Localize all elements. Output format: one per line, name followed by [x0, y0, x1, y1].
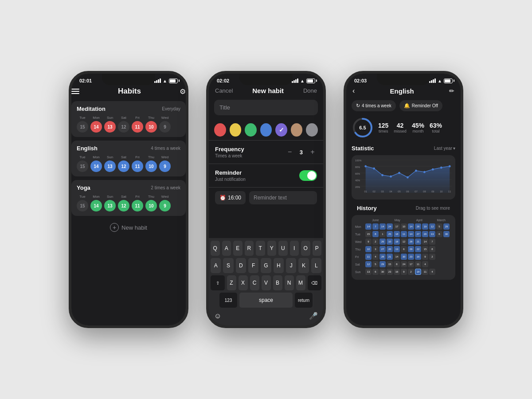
key-o[interactable]: O [301, 241, 310, 256]
time-badge[interactable]: ⏰ 16:00 [215, 191, 246, 204]
status-time-1: 02:01 [79, 78, 92, 83]
menu-icon[interactable] [71, 89, 79, 94]
key-g[interactable]: G [261, 258, 271, 273]
chevron-down-icon: ▾ [453, 146, 455, 151]
key-x[interactable]: X [239, 275, 248, 290]
return-key[interactable]: return [295, 293, 313, 308]
new-habit-button[interactable]: + New habit [71, 223, 186, 232]
stat-total: 63% [430, 122, 442, 129]
edit-icon[interactable]: ✏ [449, 87, 454, 94]
key-h[interactable]: H [274, 258, 284, 273]
mic-icon[interactable]: 🎤 [309, 312, 318, 320]
month-june: June [365, 219, 386, 222]
svg-text:09: 09 [431, 190, 434, 193]
reminder-sub: Just notification [215, 177, 246, 182]
statistic-header: Statistic Last year ▾ [346, 145, 461, 155]
key-v[interactable]: V [262, 275, 271, 290]
reminder-toggle[interactable] [299, 170, 317, 181]
key-t[interactable]: T [256, 241, 265, 256]
stat-times: 125 [378, 122, 388, 129]
frequency-increase[interactable]: + [308, 148, 317, 156]
keyboard-row-1: Q A E R T Y U I O P [211, 241, 321, 256]
key-b[interactable]: B [273, 275, 282, 290]
habit-card-meditation[interactable]: Meditation Everyday Tue15 Mon14 Sun13 Sa… [71, 101, 186, 137]
habit-freq-meditation: Everyday [162, 106, 180, 111]
svg-point-14 [381, 174, 383, 176]
color-blue[interactable] [260, 123, 272, 137]
period-selector[interactable]: Last year ▾ [434, 146, 455, 151]
wifi-icon-3: ▲ [438, 78, 442, 83]
svg-text:40%: 40% [355, 179, 360, 182]
key-n[interactable]: N [285, 275, 294, 290]
reminder-time-row: ⏰ 16:00 Reminder text [209, 187, 323, 211]
shift-key[interactable]: ⇧ [211, 275, 225, 290]
habit-freq-english: 4 times a week [151, 146, 180, 151]
new-habit-title: New habit [252, 87, 284, 94]
color-purple[interactable] [275, 123, 287, 137]
key-p[interactable]: P [313, 241, 322, 256]
backspace-key[interactable]: ⌫ [308, 275, 322, 290]
key-r[interactable]: R [245, 241, 254, 256]
cal-row-mon: Mon 147 1424 1710 1426 1912 529 [355, 223, 452, 230]
key-q[interactable]: Q [211, 241, 220, 256]
habit-name-yoga: Yoga [77, 184, 90, 191]
new-habit-label: New habit [121, 224, 147, 231]
key-a2[interactable]: A [211, 258, 221, 273]
done-button[interactable]: Done [303, 87, 317, 94]
key-s[interactable]: S [223, 258, 233, 273]
svg-text:06: 06 [406, 190, 409, 193]
gear-icon[interactable]: ⚙ [180, 87, 186, 96]
key-i[interactable]: I [290, 241, 299, 256]
key-y[interactable]: Y [267, 241, 277, 256]
key-e[interactable]: E [233, 241, 243, 256]
frequency-sub: Times a week [215, 153, 244, 158]
history-calendar: June May April March Mon 147 1424 1710 1… [352, 215, 455, 280]
svg-point-22 [449, 165, 451, 168]
color-green[interactable] [245, 123, 257, 137]
cancel-button[interactable]: Cancel [215, 87, 233, 94]
color-red[interactable] [214, 123, 226, 137]
signal-icon-2 [292, 78, 298, 83]
numbers-key[interactable]: 123 [219, 293, 237, 308]
key-z[interactable]: Z [227, 275, 236, 290]
detail-title: English [390, 87, 414, 95]
key-f[interactable]: F [248, 258, 258, 273]
phone-3: 02:03 ▲ ‹ English ✏ ↻ 4 times a week [344, 71, 463, 328]
cal-label-mon: Mon [355, 225, 364, 228]
key-l[interactable]: L [311, 258, 321, 273]
color-yellow[interactable] [230, 123, 242, 137]
svg-point-20 [432, 168, 434, 171]
signal-icon-3 [429, 78, 436, 83]
status-icons-1: ▲ [154, 78, 178, 83]
key-c[interactable]: C [250, 275, 259, 290]
wifi-icon: ▲ [163, 78, 167, 83]
cal-label-wed: Wed [355, 240, 364, 243]
status-icons-2: ▲ [292, 78, 315, 83]
habit-card-yoga[interactable]: Yoga 2 times a week Tue15 Mon14 Sun13 Sa… [71, 180, 186, 216]
keyboard-row-4: 123 space return [211, 293, 321, 308]
key-j[interactable]: J [286, 258, 296, 273]
frequency-value: 3 [300, 149, 303, 156]
habit-days-meditation: Tue15 Mon14 Sun13 Sat12 Fri11 Thu10 Wed9 [77, 116, 180, 133]
reminder-text-input[interactable]: Reminder text [249, 191, 317, 204]
key-u[interactable]: U [278, 241, 288, 256]
cal-row-tue: Tue 158 125 1811 1427 2013 630 [355, 231, 452, 237]
key-d[interactable]: D [236, 258, 246, 273]
title-placeholder: Title [219, 104, 230, 111]
space-key[interactable]: space [239, 293, 293, 308]
key-a[interactable]: A [222, 241, 231, 256]
back-button[interactable]: ‹ [352, 87, 355, 95]
color-gray[interactable] [306, 123, 318, 137]
month-may: May [387, 219, 408, 222]
habit-card-english[interactable]: English 4 times a week Tue15 Mon14 Sun13… [71, 141, 186, 176]
emoji-icon[interactable]: ☺ [214, 312, 221, 320]
frequency-badge-label: 4 times a week [362, 103, 391, 108]
svg-text:07: 07 [415, 190, 417, 193]
frequency-decrease[interactable]: − [286, 148, 294, 156]
color-brown[interactable] [291, 123, 303, 137]
frequency-label: Frequency [215, 146, 244, 153]
title-input-field[interactable]: Title [214, 100, 318, 115]
key-k[interactable]: K [298, 258, 309, 273]
svg-point-16 [398, 172, 400, 174]
key-m[interactable]: M [296, 275, 305, 290]
